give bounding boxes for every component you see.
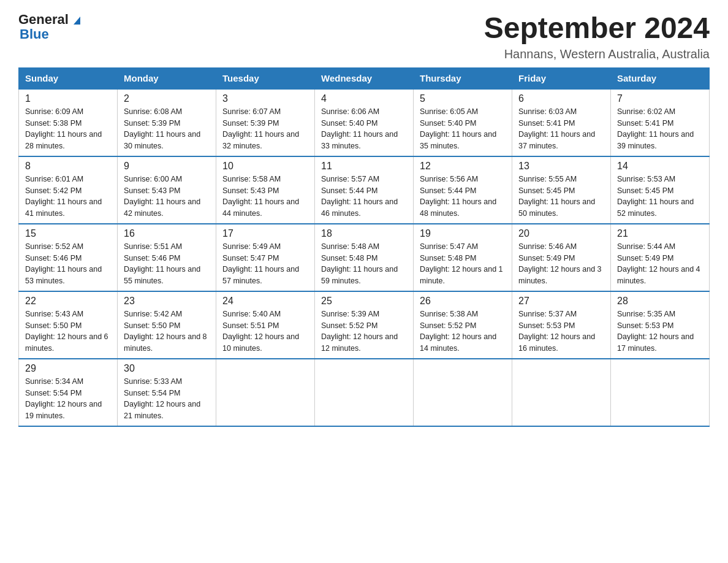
day-info: Sunrise: 5:40 AMSunset: 5:51 PMDaylight:… (222, 308, 308, 354)
day-number: 14 (617, 161, 703, 172)
day-number: 9 (124, 161, 210, 172)
calendar-cell: 12 Sunrise: 5:56 AMSunset: 5:44 PMDaylig… (414, 156, 512, 224)
day-number: 8 (25, 161, 111, 172)
day-info: Sunrise: 5:51 AMSunset: 5:46 PMDaylight:… (124, 241, 210, 287)
day-number: 20 (518, 228, 604, 239)
day-number: 21 (617, 228, 703, 239)
calendar-cell: 1 Sunrise: 6:09 AMSunset: 5:38 PMDayligh… (19, 89, 118, 156)
day-info: Sunrise: 5:58 AMSunset: 5:43 PMDaylight:… (222, 174, 308, 220)
calendar-cell: 23 Sunrise: 5:42 AMSunset: 5:50 PMDaylig… (118, 291, 216, 359)
calendar-cell: 29 Sunrise: 5:34 AMSunset: 5:54 PMDaylig… (19, 359, 118, 426)
day-number: 15 (25, 228, 111, 239)
day-info: Sunrise: 5:53 AMSunset: 5:45 PMDaylight:… (617, 174, 703, 220)
page-header: General Blue September 2024 Hannans, Wes… (18, 12, 710, 61)
logo-blue: Blue (20, 26, 49, 42)
day-number: 5 (420, 93, 506, 104)
calendar-cell (315, 359, 414, 426)
calendar-cell (512, 359, 611, 426)
calendar-cell: 8 Sunrise: 6:01 AMSunset: 5:42 PMDayligh… (19, 156, 118, 224)
day-info: Sunrise: 5:49 AMSunset: 5:47 PMDaylight:… (222, 241, 308, 287)
calendar-cell (216, 359, 315, 426)
logo: General Blue (18, 12, 80, 42)
calendar-cell: 9 Sunrise: 6:00 AMSunset: 5:43 PMDayligh… (118, 156, 216, 224)
col-sunday: Sunday (19, 67, 118, 89)
calendar-cell: 24 Sunrise: 5:40 AMSunset: 5:51 PMDaylig… (216, 291, 315, 359)
day-info: Sunrise: 6:07 AMSunset: 5:39 PMDaylight:… (222, 106, 308, 152)
day-number: 2 (124, 93, 210, 104)
day-info: Sunrise: 6:06 AMSunset: 5:40 PMDaylight:… (321, 106, 407, 152)
day-number: 28 (617, 296, 703, 307)
calendar-header-row: Sunday Monday Tuesday Wednesday Thursday… (19, 67, 710, 89)
location: Hannans, Western Australia, Australia (484, 47, 710, 61)
calendar-week-3: 15 Sunrise: 5:52 AMSunset: 5:46 PMDaylig… (19, 224, 710, 291)
day-info: Sunrise: 5:42 AMSunset: 5:50 PMDaylight:… (124, 308, 210, 354)
day-number: 26 (420, 296, 506, 307)
calendar-cell: 19 Sunrise: 5:47 AMSunset: 5:48 PMDaylig… (414, 224, 512, 291)
col-saturday: Saturday (611, 67, 710, 89)
day-number: 22 (25, 296, 111, 307)
calendar-cell: 22 Sunrise: 5:43 AMSunset: 5:50 PMDaylig… (19, 291, 118, 359)
calendar-cell: 18 Sunrise: 5:48 AMSunset: 5:48 PMDaylig… (315, 224, 414, 291)
col-friday: Friday (512, 67, 611, 89)
calendar-week-1: 1 Sunrise: 6:09 AMSunset: 5:38 PMDayligh… (19, 89, 710, 156)
day-info: Sunrise: 5:33 AMSunset: 5:54 PMDaylight:… (124, 376, 210, 422)
calendar-cell: 21 Sunrise: 5:44 AMSunset: 5:49 PMDaylig… (611, 224, 710, 291)
day-number: 23 (124, 296, 210, 307)
col-wednesday: Wednesday (315, 67, 414, 89)
day-info: Sunrise: 5:56 AMSunset: 5:44 PMDaylight:… (420, 174, 506, 220)
calendar-cell: 14 Sunrise: 5:53 AMSunset: 5:45 PMDaylig… (611, 156, 710, 224)
calendar-cell: 6 Sunrise: 6:03 AMSunset: 5:41 PMDayligh… (512, 89, 611, 156)
day-info: Sunrise: 5:57 AMSunset: 5:44 PMDaylight:… (321, 174, 407, 220)
day-info: Sunrise: 5:43 AMSunset: 5:50 PMDaylight:… (25, 308, 111, 354)
day-number: 16 (124, 228, 210, 239)
calendar-cell: 15 Sunrise: 5:52 AMSunset: 5:46 PMDaylig… (19, 224, 118, 291)
calendar-cell: 27 Sunrise: 5:37 AMSunset: 5:53 PMDaylig… (512, 291, 611, 359)
day-number: 25 (321, 296, 407, 307)
calendar-cell: 4 Sunrise: 6:06 AMSunset: 5:40 PMDayligh… (315, 89, 414, 156)
day-number: 3 (222, 93, 308, 104)
calendar-cell: 30 Sunrise: 5:33 AMSunset: 5:54 PMDaylig… (118, 359, 216, 426)
day-number: 6 (518, 93, 604, 104)
col-tuesday: Tuesday (216, 67, 315, 89)
calendar-week-4: 22 Sunrise: 5:43 AMSunset: 5:50 PMDaylig… (19, 291, 710, 359)
day-info: Sunrise: 5:44 AMSunset: 5:49 PMDaylight:… (617, 241, 703, 287)
day-info: Sunrise: 6:09 AMSunset: 5:38 PMDaylight:… (25, 106, 111, 152)
day-info: Sunrise: 5:47 AMSunset: 5:48 PMDaylight:… (420, 241, 506, 287)
calendar-week-5: 29 Sunrise: 5:34 AMSunset: 5:54 PMDaylig… (19, 359, 710, 426)
calendar-cell: 2 Sunrise: 6:08 AMSunset: 5:39 PMDayligh… (118, 89, 216, 156)
day-info: Sunrise: 6:01 AMSunset: 5:42 PMDaylight:… (25, 174, 111, 220)
day-number: 17 (222, 228, 308, 239)
day-number: 11 (321, 161, 407, 172)
day-info: Sunrise: 6:05 AMSunset: 5:40 PMDaylight:… (420, 106, 506, 152)
day-info: Sunrise: 5:37 AMSunset: 5:53 PMDaylight:… (518, 308, 604, 354)
day-info: Sunrise: 5:52 AMSunset: 5:46 PMDaylight:… (25, 241, 111, 287)
day-number: 4 (321, 93, 407, 104)
day-info: Sunrise: 5:48 AMSunset: 5:48 PMDaylight:… (321, 241, 407, 287)
calendar-cell: 25 Sunrise: 5:39 AMSunset: 5:52 PMDaylig… (315, 291, 414, 359)
calendar-cell: 13 Sunrise: 5:55 AMSunset: 5:45 PMDaylig… (512, 156, 611, 224)
col-thursday: Thursday (414, 67, 512, 89)
day-number: 19 (420, 228, 506, 239)
col-monday: Monday (118, 67, 216, 89)
month-title: September 2024 (484, 12, 710, 45)
day-number: 10 (222, 161, 308, 172)
calendar-cell: 7 Sunrise: 6:02 AMSunset: 5:41 PMDayligh… (611, 89, 710, 156)
day-number: 30 (124, 363, 210, 374)
logo-name: General (18, 12, 80, 27)
calendar-cell: 20 Sunrise: 5:46 AMSunset: 5:49 PMDaylig… (512, 224, 611, 291)
day-number: 13 (518, 161, 604, 172)
day-number: 24 (222, 296, 308, 307)
day-info: Sunrise: 6:03 AMSunset: 5:41 PMDaylight:… (518, 106, 604, 152)
calendar-cell (414, 359, 512, 426)
calendar-week-2: 8 Sunrise: 6:01 AMSunset: 5:42 PMDayligh… (19, 156, 710, 224)
day-info: Sunrise: 6:02 AMSunset: 5:41 PMDaylight:… (617, 106, 703, 152)
day-info: Sunrise: 5:38 AMSunset: 5:52 PMDaylight:… (420, 308, 506, 354)
day-number: 7 (617, 93, 703, 104)
day-info: Sunrise: 5:35 AMSunset: 5:53 PMDaylight:… (617, 308, 703, 354)
calendar-cell: 3 Sunrise: 6:07 AMSunset: 5:39 PMDayligh… (216, 89, 315, 156)
calendar-cell: 26 Sunrise: 5:38 AMSunset: 5:52 PMDaylig… (414, 291, 512, 359)
day-info: Sunrise: 6:00 AMSunset: 5:43 PMDaylight:… (124, 174, 210, 220)
calendar-table: Sunday Monday Tuesday Wednesday Thursday… (18, 67, 710, 427)
title-section: September 2024 Hannans, Western Australi… (484, 12, 710, 61)
day-info: Sunrise: 6:08 AMSunset: 5:39 PMDaylight:… (124, 106, 210, 152)
